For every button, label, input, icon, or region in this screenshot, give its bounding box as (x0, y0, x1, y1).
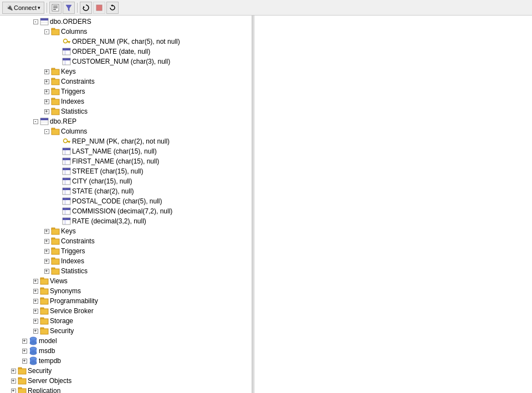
expander-security_root[interactable]: + (9, 366, 18, 375)
label-col_rep_num: REP_NUM (PK, char(2), not null) (72, 136, 170, 146)
tree-node-col_state[interactable]: STATE (char(2), null) (0, 186, 252, 196)
tree-node-col_rate[interactable]: RATE (decimal(3,2), null) (0, 216, 252, 226)
tree-node-col_order_num[interactable]: ORDER_NUM (PK, char(5), not null) (0, 37, 252, 47)
svg-point-90 (30, 337, 37, 340)
svg-rect-100 (18, 379, 26, 384)
tree-node-security_root[interactable]: +Security (0, 366, 252, 376)
tree-node-rep_keys[interactable]: +Keys (0, 226, 252, 236)
tree-node-service_broker[interactable]: +Service Broker (0, 306, 252, 316)
label-rep_columns: Columns (61, 126, 87, 136)
tree-node-col_customer_num[interactable]: CUSTOMER_NUM (char(3), null) (0, 57, 252, 67)
tree-node-rep_statistics[interactable]: +Statistics (0, 266, 252, 276)
svg-rect-43 (63, 148, 70, 150)
svg-rect-85 (40, 319, 48, 324)
tree-node-orders_triggers[interactable]: +Triggers (0, 86, 252, 96)
expander-dbo_orders[interactable]: - (31, 17, 40, 26)
expander-rep_keys[interactable]: + (42, 227, 51, 236)
tree-node-storage[interactable]: +Storage (0, 316, 252, 326)
tree-node-orders_columns[interactable]: -Columns (0, 27, 252, 37)
refresh-button[interactable] (80, 2, 92, 14)
label-programmability: Programmability (50, 296, 98, 306)
label-col_first_name: FIRST_NAME (char(15), null) (72, 156, 159, 166)
tree-node-programmability[interactable]: +Programmability (0, 296, 252, 306)
expander-replication[interactable]: + (9, 386, 18, 393)
expander-programmability[interactable]: + (31, 297, 40, 305)
expander-col_customer_num (53, 57, 62, 66)
tree-node-server_objects[interactable]: +Server Objects (0, 376, 252, 386)
tree-node-orders_constraints[interactable]: +Constraints (0, 76, 252, 86)
tree-node-col_first_name[interactable]: FIRST_NAME (char(15), null) (0, 156, 252, 166)
svg-rect-12 (52, 29, 59, 35)
svg-rect-79 (40, 289, 48, 294)
tree-node-col_rep_num[interactable]: REP_NUM (PK, char(2), not null) (0, 136, 252, 146)
icon-security_root (18, 366, 27, 375)
expander-server_objects[interactable]: + (9, 376, 18, 385)
tree-node-col_commission[interactable]: COMMISSION (decimal(7,2), null) (0, 206, 252, 216)
tree-node-replication[interactable]: +Replication (0, 386, 252, 393)
expander-rep_triggers[interactable]: + (42, 247, 51, 256)
expander-rep_columns[interactable]: - (42, 127, 51, 136)
filter-button[interactable] (63, 2, 75, 14)
tree-node-col_last_name[interactable]: LAST_NAME (char(15), null) (0, 146, 252, 156)
svg-rect-22 (64, 58, 66, 65)
tree-node-dbo_rep[interactable]: -dbo.REP (0, 116, 252, 126)
expander-service_broker[interactable]: + (31, 307, 40, 315)
expander-col_postal_code (53, 197, 62, 206)
icon-orders_keys (51, 67, 60, 76)
svg-rect-64 (63, 218, 70, 220)
expander-rep_statistics[interactable]: + (42, 267, 51, 275)
svg-point-96 (30, 357, 37, 360)
tree-node-synonyms[interactable]: +Synonyms (0, 286, 252, 296)
stop-button[interactable] (93, 2, 105, 14)
expander-synonyms[interactable]: + (31, 287, 40, 295)
tree-node-tempdb[interactable]: +tempdb (0, 356, 252, 366)
icon-server_objects (18, 376, 27, 385)
tree-node-col_order_date[interactable]: ORDER_DATE (date, null) (0, 47, 252, 57)
svg-rect-6 (96, 5, 102, 11)
tree-node-col_postal_code[interactable]: POSTAL_CODE (char(5), null) (0, 196, 252, 206)
tree-node-msdb[interactable]: +msdb (0, 346, 252, 356)
tree-node-model[interactable]: +model (0, 336, 252, 346)
tree-node-rep_indexes[interactable]: +Indexes (0, 256, 252, 266)
tree-node-dbo_orders[interactable]: -dbo.ORDERS (0, 17, 252, 27)
expander-rep_indexes[interactable]: + (42, 257, 51, 266)
expander-security_db[interactable]: + (31, 326, 40, 335)
expander-model[interactable]: + (20, 336, 29, 345)
connect-button[interactable]: 🔌 Connect ▾ (2, 2, 44, 14)
refresh2-button[interactable] (106, 2, 119, 14)
icon-orders_indexes (51, 97, 60, 106)
tree-node-orders_indexes[interactable]: +Indexes (0, 96, 252, 106)
expander-orders_columns[interactable]: - (42, 27, 51, 36)
label-service_broker: Service Broker (50, 306, 94, 316)
expander-dbo_rep[interactable]: - (31, 117, 40, 126)
expander-orders_indexes[interactable]: + (42, 97, 51, 106)
tree-node-orders_statistics[interactable]: +Statistics (0, 106, 252, 116)
expander-orders_keys[interactable]: + (42, 67, 51, 76)
svg-rect-98 (18, 369, 26, 374)
expander-orders_triggers[interactable]: + (42, 87, 51, 96)
tree-node-col_street[interactable]: STREET (char(15), null) (0, 166, 252, 176)
expander-tempdb[interactable]: + (20, 356, 29, 365)
expander-orders_statistics[interactable]: + (42, 107, 51, 116)
icon-col_commission (62, 207, 71, 216)
tree-node-rep_constraints[interactable]: +Constraints (0, 236, 252, 246)
expander-orders_constraints[interactable]: + (42, 77, 51, 86)
svg-point-38 (64, 139, 68, 143)
new-query-button[interactable] (49, 2, 62, 14)
tree-panel[interactable]: -dbo.ORDERS-ColumnsORDER_NUM (PK, char(5… (0, 16, 252, 393)
svg-rect-24 (52, 69, 59, 75)
tree-node-rep_columns[interactable]: -Columns (0, 126, 252, 136)
label-rep_keys: Keys (61, 226, 76, 236)
tree-node-security_db[interactable]: +Security (0, 326, 252, 336)
tree-node-orders_keys[interactable]: +Keys (0, 67, 252, 76)
expander-col_rep_num (53, 137, 62, 146)
expander-views[interactable]: + (31, 277, 40, 285)
svg-rect-58 (63, 198, 70, 200)
expander-msdb[interactable]: + (20, 346, 29, 355)
expander-rep_constraints[interactable]: + (42, 237, 51, 246)
right-panel (254, 16, 532, 393)
tree-node-views[interactable]: +Views (0, 276, 252, 286)
tree-node-col_city[interactable]: CITY (char(15), null) (0, 176, 252, 186)
expander-storage[interactable]: + (31, 317, 40, 325)
tree-node-rep_triggers[interactable]: +Triggers (0, 246, 252, 256)
